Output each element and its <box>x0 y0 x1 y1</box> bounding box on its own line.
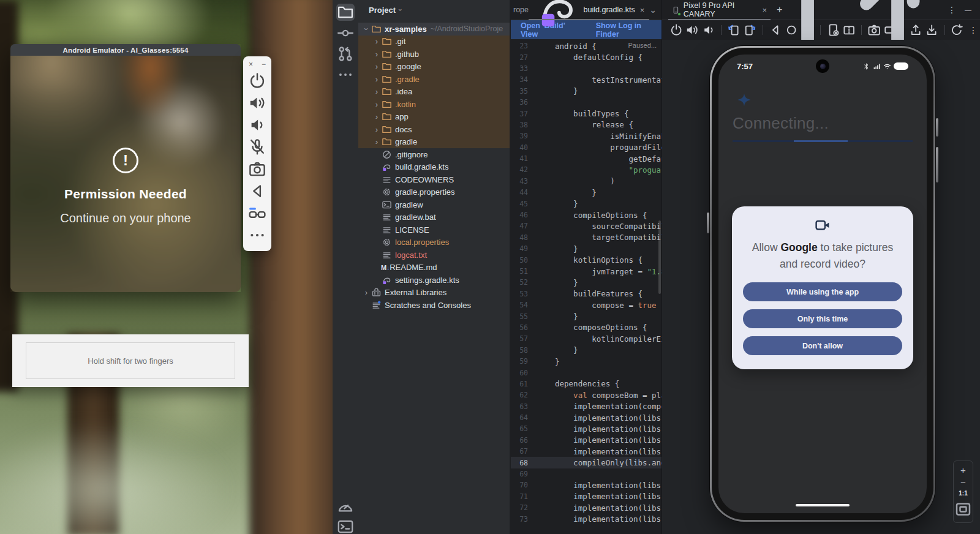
stripe-more-horizontal-button[interactable] <box>336 66 355 83</box>
zoom-in-button[interactable]: + <box>960 465 966 475</box>
close-tab-icon[interactable]: × <box>640 6 645 15</box>
tree-file-.gitignore[interactable]: .gitignore <box>358 148 510 161</box>
code-editor-area[interactable]: 23 android {Paused... 27 defaultConfig {… <box>511 39 662 534</box>
power-icon[interactable] <box>669 23 683 37</box>
chevron-right-icon[interactable]: › <box>362 288 371 297</box>
tree-file-logcat.txt[interactable]: logcat.txt <box>358 249 510 261</box>
stripe-profiler-button[interactable] <box>336 498 355 516</box>
code-line-55: 55 } <box>511 310 662 322</box>
textfile-icon <box>382 212 392 222</box>
power-icon[interactable] <box>248 70 266 92</box>
stripe-pull-requests-button[interactable] <box>336 45 355 62</box>
tree-item-external-libraries[interactable]: › External Libraries <box>358 287 510 299</box>
zoom-out-button[interactable]: − <box>960 478 966 487</box>
properties-icon <box>382 187 392 197</box>
show-log-link[interactable]: Show Log in Finder <box>596 21 662 39</box>
mic-off-icon[interactable] <box>248 136 266 158</box>
code-line-53: 53 buildFeatures { <box>511 288 662 299</box>
line-number: 33 <box>511 64 528 73</box>
close-icon[interactable]: × <box>249 60 253 69</box>
nav-back-icon[interactable] <box>769 23 782 37</box>
volume-down-icon[interactable] <box>248 114 266 136</box>
line-number: 71 <box>511 492 528 501</box>
rotate-right-icon[interactable] <box>743 23 756 37</box>
tree-folder-.kotlin[interactable]: › .kotlin <box>358 98 510 111</box>
wallpaper-mist <box>0 423 233 534</box>
phone-screen[interactable]: 7:57 Connecting... Allow Google to take … <box>718 55 927 513</box>
editor-tab-bar: roperties build.gradle.kts × ⌄ <box>511 0 662 20</box>
tree-folder-.google[interactable]: › .google <box>358 61 510 73</box>
code-line-71: 71 implementation(libs.andr <box>511 491 662 502</box>
tree-file-build.gradle.kts[interactable]: build.gradle.kts <box>358 161 510 174</box>
tree-folder-app[interactable]: › app <box>358 111 510 124</box>
gradle-icon <box>382 162 392 172</box>
tree-file-LICENSE[interactable]: LICENSE <box>358 224 510 236</box>
line-number: 59 <box>511 357 528 366</box>
tree-folder-.github[interactable]: › .github <box>358 48 510 61</box>
panel-options-icon[interactable]: ⋮ <box>948 5 956 15</box>
rotate-left-icon[interactable] <box>727 23 741 37</box>
tree-folder-.git[interactable]: › .git <box>358 36 510 48</box>
code-line-46: 46 compileOptions { <box>511 209 662 220</box>
editor-scrollbar[interactable] <box>658 220 661 294</box>
code-line-61: 61 dependencies { <box>511 378 662 389</box>
tab-build-gradle-kts[interactable]: build.gradle.kts × <box>529 0 649 20</box>
volume-down-icon[interactable] <box>702 23 715 37</box>
close-device-tab-icon[interactable]: × <box>762 6 767 15</box>
videocam-icon <box>814 217 831 233</box>
tree-file-CODEOWNERS[interactable]: CODEOWNERS <box>358 173 510 186</box>
while-using-app-button[interactable]: While using the app <box>743 282 902 301</box>
chevron-right-icon[interactable]: › <box>372 75 381 84</box>
tree-folder-gradle[interactable]: › gradle <box>358 136 510 149</box>
zoom-ratio-button[interactable]: 1:1 <box>959 490 967 497</box>
stripe-commit-button[interactable] <box>336 24 355 42</box>
new-device-tab-icon[interactable]: + <box>777 4 782 15</box>
chevron-right-icon[interactable]: › <box>372 125 381 134</box>
stripe-project-folder-button[interactable] <box>336 4 355 21</box>
gesture-bar[interactable] <box>796 504 850 507</box>
code-line-54: 54 compose = true <box>511 299 662 310</box>
chevron-right-icon[interactable]: › <box>372 62 381 71</box>
folder-icon <box>382 99 392 110</box>
tree-file-local.properties[interactable]: local.properties <box>358 236 510 249</box>
tree-folder-.gradle[interactable]: › .gradle <box>358 73 510 86</box>
chevron-right-icon[interactable]: › <box>372 87 381 96</box>
chevron-right-icon[interactable]: › <box>372 100 381 109</box>
project-panel-header[interactable]: Project › <box>358 0 510 20</box>
tree-folder-.idea[interactable]: › .idea <box>358 86 510 99</box>
chevron-right-icon[interactable]: › <box>372 50 381 59</box>
project-header-label: Project <box>369 6 396 15</box>
more-horizontal-icon[interactable] <box>248 224 266 246</box>
tree-file-gradlew.bat[interactable]: gradlew.bat <box>358 211 510 224</box>
fit-screen-icon[interactable] <box>954 500 973 519</box>
project-tool-window: Project › › xr-samples~/AndroidStudioPro… <box>358 0 510 534</box>
tree-file-gradle.properties[interactable]: gradle.properties <box>358 186 510 199</box>
only-this-time-button[interactable]: Only this time <box>743 309 902 328</box>
tab-list-chevron-icon[interactable]: ⌄ <box>649 5 657 15</box>
tab-pixel-9-pro[interactable]: Pixel 9 Pro API CANARY × <box>668 0 771 20</box>
tree-root-xr-samples[interactable]: › xr-samples~/AndroidStudioProje <box>358 23 510 36</box>
stripe-terminal-button[interactable] <box>336 518 355 534</box>
chevron-right-icon[interactable]: › <box>372 112 381 121</box>
volume-up-icon[interactable] <box>248 92 266 114</box>
minimize-icon[interactable]: − <box>262 60 266 69</box>
volume-up-icon[interactable] <box>685 23 699 37</box>
tree-file-gradlew[interactable]: gradlew <box>358 198 510 211</box>
tree-folder-docs[interactable]: › docs <box>358 123 510 136</box>
permission-dialog: Allow Google to take pictures and record… <box>732 206 913 369</box>
tree-file-README.md[interactable]: M↓ README.md <box>358 261 510 274</box>
glasses-icon[interactable] <box>248 202 266 224</box>
camera-icon[interactable] <box>248 158 266 180</box>
dont-allow-button[interactable]: Don't allow <box>743 336 902 355</box>
chevron-down-icon[interactable]: › <box>362 24 371 33</box>
permission-overlay: ! Permission Needed Continue on your pho… <box>10 56 241 292</box>
hide-panel-icon[interactable]: — <box>965 6 971 13</box>
tree-file-settings.gradle.kts[interactable]: settings.gradle.kts <box>358 274 510 287</box>
tab-gradle-properties[interactable]: roperties <box>511 0 529 20</box>
emulator-display[interactable]: ! Permission Needed Continue on your pho… <box>10 56 241 292</box>
back-triangle-icon[interactable] <box>248 180 266 202</box>
tree-item-scratches-and-consoles[interactable]: Scratches and Consoles <box>358 299 510 312</box>
chevron-right-icon[interactable]: › <box>372 137 381 146</box>
chevron-right-icon[interactable]: › <box>372 37 381 46</box>
line-number: 61 <box>511 380 528 388</box>
